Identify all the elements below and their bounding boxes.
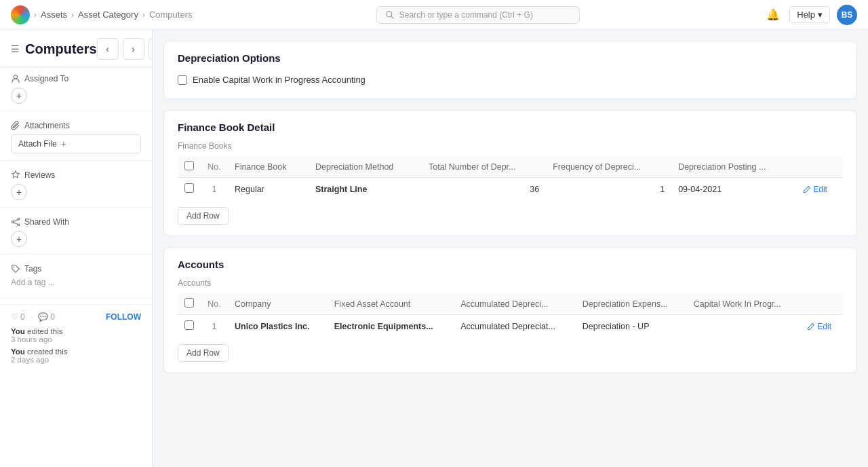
svg-point-8 <box>14 267 15 268</box>
finance-books-table: No. Finance Book Depreciation Method Tot… <box>178 156 843 200</box>
fb-row0-posting-date: 09-04-2021 <box>671 178 796 201</box>
acc-accumulated-header: Accumulated Depreci... <box>454 293 576 315</box>
attach-plus-icon: + <box>61 138 66 149</box>
comment-count: 0 <box>50 312 55 322</box>
finance-book-detail-card: Finance Book Detail Finance Books No. Fi… <box>163 110 857 236</box>
acc-row0-checkbox[interactable] <box>184 320 194 330</box>
divider1 <box>0 111 152 111</box>
breadcrumb-current: Computers <box>149 10 193 20</box>
chevron-down-icon: ▾ <box>818 10 823 20</box>
top-nav-right: 🔔 Help ▾ BS <box>764 5 857 25</box>
sep3: › <box>142 10 145 20</box>
fb-finance-book-header: Finance Book <box>228 156 309 178</box>
hamburger-icon[interactable]: ☰ <box>11 43 20 54</box>
help-label: Help <box>797 10 815 20</box>
finance-book-detail-header: Finance Book Detail <box>164 111 856 141</box>
acc-row0-company: Unico Plastics Inc. <box>228 315 328 338</box>
attach-file-button[interactable]: Attach File + <box>11 134 141 153</box>
table-row: 1 Unico Plastics Inc. Electronic Equipme… <box>178 315 843 338</box>
reviews-section: Reviews + <box>0 164 152 204</box>
svg-line-1 <box>391 16 393 18</box>
accounts-table: No. Company Fixed Asset Account Accumula… <box>178 293 843 337</box>
depreciation-options-title: Depreciation Options <box>178 52 843 64</box>
acc-fixed-asset-header: Fixed Asset Account <box>328 293 454 315</box>
acc-row0-edit[interactable]: Edit <box>800 315 843 338</box>
fb-row0-edit[interactable]: Edit <box>796 178 843 201</box>
finance-books-thead: No. Finance Book Depreciation Method Tot… <box>178 156 843 178</box>
acc-row0-check[interactable] <box>178 315 201 338</box>
finance-book-detail-title: Finance Book Detail <box>178 122 843 133</box>
add-assigned-to-button[interactable]: + <box>11 88 27 104</box>
add-tag-input[interactable]: Add a tag ... <box>11 276 141 288</box>
follow-button[interactable]: FOLLOW <box>106 312 141 322</box>
pencil-icon <box>803 185 811 193</box>
breadcrumb-asset-category[interactable]: Asset Category <box>78 10 138 20</box>
depreciation-options-card: Depreciation Options Enable Capital Work… <box>163 41 857 99</box>
svg-line-6 <box>14 220 18 222</box>
notifications-button[interactable]: 🔔 <box>764 5 783 24</box>
table-row: 1 Regular Straight Line 36 1 09-04-2021 <box>178 178 843 201</box>
capital-work-label[interactable]: Enable Capital Work in Progress Accounti… <box>193 75 366 85</box>
page-header-right: ‹ › 🖨 ··· Save <box>97 38 153 60</box>
assigned-to-title: Assigned To <box>11 74 141 83</box>
help-button[interactable]: Help ▾ <box>789 6 830 23</box>
acc-row0-fixed-asset: Electronic Equipments... <box>328 315 454 338</box>
search-icon <box>385 10 394 19</box>
user-icon <box>11 74 20 83</box>
user-avatar[interactable]: BS <box>837 5 857 25</box>
accounts-thead: No. Company Fixed Asset Account Accumula… <box>178 293 843 315</box>
svg-point-2 <box>14 75 17 79</box>
like-button[interactable]: ♡ 0 <box>11 312 25 322</box>
fb-row0-checkbox[interactable] <box>184 183 194 193</box>
accounts-title: Accounts <box>178 259 843 270</box>
fb-add-row-button[interactable]: Add Row <box>178 207 229 225</box>
activity-entry-0: You edited this3 hours ago <box>11 327 141 343</box>
divider4 <box>0 254 152 255</box>
top-nav: › Assets › Asset Category › Computers Se… <box>0 0 868 30</box>
acc-add-row-button[interactable]: Add Row <box>178 344 229 362</box>
main-content: Depreciation Options Enable Capital Work… <box>153 30 868 467</box>
add-shared-with-button[interactable]: + <box>11 231 27 247</box>
svg-line-7 <box>14 223 18 225</box>
acc-row0-deprec-expense: Depreciation - UP <box>576 315 687 338</box>
depreciation-options-body: Enable Capital Work in Progress Accounti… <box>164 72 856 98</box>
svg-point-4 <box>12 221 14 223</box>
accounts-card: Accounts Accounts No. Company Fixed Asse… <box>163 247 857 373</box>
star-icon <box>11 170 20 180</box>
comment-button[interactable]: 💬 0 <box>38 312 55 322</box>
sidebar: ☰ Computers ‹ › 🖨 ··· Save Assigned To + <box>0 30 153 467</box>
fb-posting-date-header: Depreciation Posting ... <box>671 156 796 178</box>
accounts-tbody: 1 Unico Plastics Inc. Electronic Equipme… <box>178 315 843 338</box>
fb-select-all[interactable] <box>184 161 194 170</box>
search-bar[interactable]: Search or type a command (Ctrl + G) <box>376 6 580 24</box>
app-logo[interactable] <box>11 5 30 24</box>
attachments-section: Attachments Attach File + <box>0 114 152 157</box>
fb-row0-total-number: 36 <box>422 178 546 201</box>
capital-work-checkbox-row: Enable Capital Work in Progress Accounti… <box>178 72 843 88</box>
acc-capital-work-header: Capital Work In Progr... <box>687 293 801 315</box>
capital-work-checkbox[interactable] <box>178 75 187 85</box>
sep1: › <box>34 10 37 20</box>
accounts-header: Accounts <box>164 248 856 278</box>
search-placeholder: Search or type a command (Ctrl + G) <box>399 10 533 20</box>
fb-row0-check[interactable] <box>178 178 201 201</box>
finance-books-tbody: 1 Regular Straight Line 36 1 09-04-2021 <box>178 178 843 201</box>
fb-row0-finance-book: Regular <box>228 178 309 201</box>
fb-row0-frequency: 1 <box>546 178 671 201</box>
add-review-button[interactable]: + <box>11 184 27 200</box>
reviews-title: Reviews <box>11 170 141 180</box>
svg-point-3 <box>18 218 20 220</box>
breadcrumb-assets[interactable]: Assets <box>41 10 67 20</box>
depreciation-options-header: Depreciation Options <box>164 41 856 72</box>
fb-check-header <box>178 156 201 178</box>
share-icon <box>11 217 20 227</box>
page-header: ☰ Computers ‹ › 🖨 ··· Save <box>0 30 152 67</box>
comment-icon: 💬 <box>38 312 48 322</box>
tags-title: Tags <box>11 264 141 274</box>
prev-button[interactable]: ‹ <box>97 38 119 60</box>
next-button[interactable]: › <box>123 38 144 60</box>
acc-select-all[interactable] <box>184 298 194 307</box>
fb-row0-edit-link[interactable]: Edit <box>803 185 836 194</box>
acc-row0-edit-link[interactable]: Edit <box>807 322 836 331</box>
fb-actions-header <box>796 156 843 178</box>
